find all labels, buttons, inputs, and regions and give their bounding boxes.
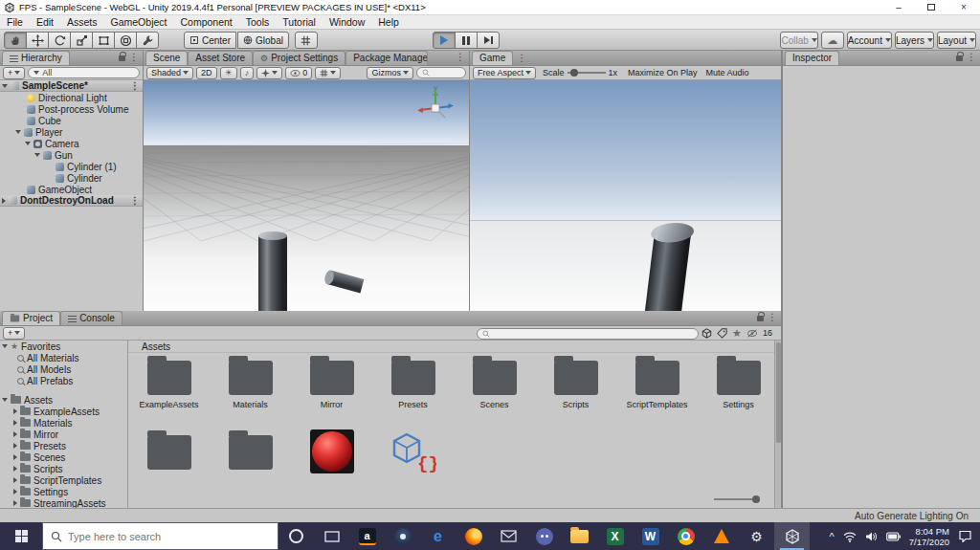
lighting-toggle-button[interactable]: ☀ — [220, 67, 237, 79]
unity-taskbar-icon[interactable] — [774, 522, 810, 550]
transform-tool-button[interactable] — [114, 32, 137, 49]
scene-search-input[interactable] — [416, 67, 466, 78]
close-button[interactable]: × — [947, 0, 980, 15]
expand-arrow-icon[interactable] — [2, 84, 8, 88]
amazon-icon[interactable]: a — [349, 522, 385, 550]
hierarchy-item-cylinder-1[interactable]: Cylinder (1) — [0, 161, 143, 172]
favorites-row[interactable]: ★Favorites — [0, 341, 127, 352]
tab-project-settings[interactable]: ⚙Project Settings — [253, 51, 345, 65]
asset-tile[interactable]: Scripts — [535, 354, 616, 409]
excel-icon[interactable]: X — [597, 522, 633, 550]
thumbnail-zoom-slider[interactable] — [714, 498, 760, 500]
task-view-icon[interactable] — [314, 522, 349, 550]
favorite-all-prefabs[interactable]: All Prefabs — [0, 375, 127, 386]
space-global-button[interactable]: Global — [237, 32, 289, 49]
hierarchy-item-directional-light[interactable]: Directional Light — [0, 92, 143, 103]
2d-toggle-button[interactable]: 2D — [196, 67, 217, 79]
hand-tool-button[interactable] — [4, 32, 27, 49]
save-search-icon[interactable]: ★ — [732, 329, 742, 338]
tab-scene[interactable]: Scene — [145, 51, 188, 65]
firefox-icon[interactable] — [456, 522, 491, 550]
hierarchy-scene-row[interactable]: SampleScene*⋮ — [0, 80, 143, 92]
gizmos-dropdown[interactable]: Gizmos — [367, 67, 413, 79]
start-button[interactable] — [0, 522, 42, 550]
hierarchy-search-input[interactable]: All — [28, 67, 140, 78]
steam-icon[interactable] — [385, 522, 420, 550]
snap-settings-button[interactable] — [295, 32, 318, 49]
taskbar-search[interactable] — [42, 522, 278, 550]
vlc-icon[interactable] — [703, 522, 739, 550]
network-icon[interactable] — [843, 531, 857, 542]
tree-folder-streamingassets[interactable]: StreamingAssets — [0, 497, 127, 508]
panel-menu-icon[interactable]: ⋮ — [517, 54, 526, 63]
expand-arrow-icon[interactable] — [13, 443, 17, 449]
panel-menu-icon[interactable]: ⋮ — [967, 53, 976, 62]
menu-item-gameobject[interactable]: GameObject — [104, 15, 174, 30]
expand-arrow-icon[interactable] — [13, 466, 17, 472]
step-button[interactable] — [477, 32, 500, 49]
menu-item-help[interactable]: Help — [371, 15, 406, 30]
panel-menu-icon[interactable]: ⋮ — [129, 53, 139, 62]
menu-item-tools[interactable]: Tools — [239, 15, 277, 30]
hierarchy-item-camera[interactable]: Camera — [0, 138, 143, 149]
cloud-button[interactable]: ☁ — [821, 32, 844, 49]
tree-folder-settings[interactable]: Settings — [0, 486, 127, 497]
asset-tile[interactable]: Scenes — [454, 354, 535, 409]
pivot-center-button[interactable]: Center — [184, 32, 236, 49]
scene-viewport[interactable]: y — [144, 80, 469, 311]
discord-icon[interactable] — [526, 522, 562, 550]
asset-tile-material[interactable] — [291, 429, 372, 478]
project-scrollbar[interactable] — [774, 341, 781, 508]
asset-tile[interactable]: ExampleAssets — [128, 354, 210, 409]
hierarchy-tab[interactable]: Hierarchy — [2, 51, 70, 65]
tab-project[interactable]: Project — [2, 311, 60, 325]
expand-arrow-icon[interactable] — [13, 420, 17, 426]
favorite-all-models[interactable]: All Models — [0, 363, 127, 375]
tab-package-manager[interactable]: Package Manager — [345, 51, 428, 65]
rect-tool-button[interactable] — [92, 32, 115, 49]
aspect-ratio-dropdown[interactable]: Free Aspect — [473, 67, 536, 79]
kebab-icon[interactable]: ⋮ — [130, 196, 140, 206]
hierarchy-item-gameobject[interactable]: GameObject — [0, 184, 143, 195]
scale-slider[interactable] — [568, 72, 606, 74]
expand-arrow-icon[interactable] — [13, 408, 17, 414]
menu-item-component[interactable]: Component — [173, 15, 238, 30]
mail-icon[interactable] — [491, 522, 526, 550]
asset-tile[interactable]: Presets — [372, 354, 454, 409]
move-tool-button[interactable] — [26, 32, 49, 49]
layout-button[interactable]: Layout — [937, 32, 976, 49]
lock-icon[interactable] — [757, 316, 764, 321]
mute-audio-toggle[interactable]: Mute Audio — [706, 68, 749, 77]
file-explorer-icon[interactable] — [562, 522, 597, 550]
asset-tile[interactable] — [210, 429, 291, 474]
asset-tile[interactable]: Materials — [210, 354, 291, 409]
menu-item-edit[interactable]: Edit — [30, 15, 60, 30]
kebab-icon[interactable]: ⋮ — [130, 81, 140, 91]
minimize-button[interactable]: – — [882, 0, 915, 15]
layers-button[interactable]: Layers — [895, 32, 934, 49]
hierarchy-item-gun[interactable]: Gun — [0, 149, 143, 161]
tree-folder-scenes[interactable]: Scenes — [0, 451, 127, 463]
tree-folder-materials[interactable]: Materials — [0, 417, 127, 429]
lock-icon[interactable] — [956, 55, 963, 61]
expand-arrow-icon[interactable] — [2, 344, 8, 348]
scale-tool-button[interactable] — [70, 32, 93, 49]
tree-folder-mirror[interactable]: Mirror — [0, 429, 127, 440]
expand-arrow-icon[interactable] — [13, 477, 17, 483]
expand-arrow-icon[interactable] — [13, 454, 17, 460]
menu-item-assets[interactable]: Assets — [60, 15, 104, 30]
taskbar-clock[interactable]: 8:04 PM 7/17/2020 — [909, 526, 949, 547]
scrollbar-thumb[interactable] — [776, 342, 781, 443]
custom-tool-button[interactable] — [136, 32, 159, 49]
cortana-icon[interactable] — [278, 522, 314, 550]
scene-cylinder-object[interactable] — [258, 235, 287, 311]
expand-arrow-icon[interactable] — [13, 489, 17, 495]
favorite-all-materials[interactable]: All Materials — [0, 352, 127, 363]
hierarchy-dontdestroyonload-row[interactable]: DontDestroyOnLoad⋮ — [0, 195, 143, 207]
scene-orientation-gizmo[interactable]: y — [409, 82, 462, 134]
asset-tile[interactable]: Mirror — [291, 354, 372, 409]
panel-menu-icon[interactable]: ⋮ — [456, 53, 465, 62]
maximize-on-play-toggle[interactable]: Maximize On Play — [628, 68, 698, 77]
menu-item-tutorial[interactable]: Tutorial — [276, 15, 323, 30]
tab-inspector[interactable]: Inspector — [785, 51, 839, 65]
